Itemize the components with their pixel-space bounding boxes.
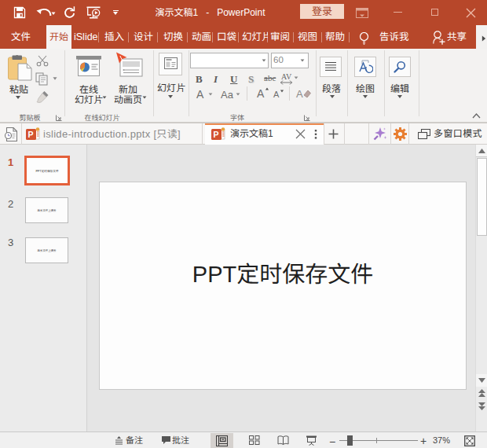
svg-text:P: P bbox=[28, 130, 34, 139]
svg-text:P: P bbox=[214, 130, 219, 139]
